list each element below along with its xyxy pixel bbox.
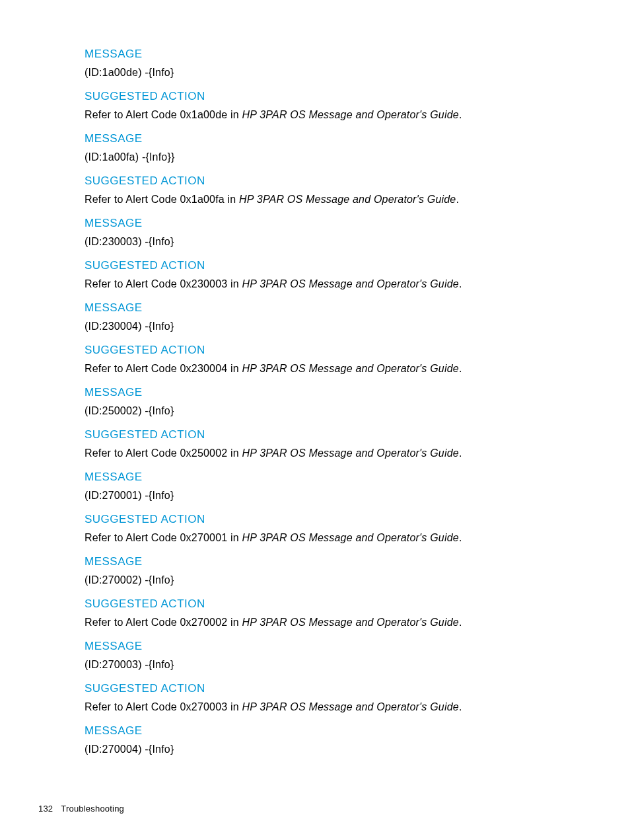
entry-group: MESSAGE (ID:270003) -{Info} SUGGESTED AC… [85,640,590,715]
suggested-action-heading: SUGGESTED ACTION [85,344,590,357]
trailing-entry-group: MESSAGE (ID:270004) -{Info} [85,724,590,757]
alert-code: 0x270003 [180,701,228,712]
guide-title: HP 3PAR OS Message and Operator's Guide [242,278,459,289]
refer-in: in [227,617,242,628]
alert-code: 0x270002 [180,617,228,628]
period: . [459,109,462,120]
refer-prefix: Refer to Alert Code [85,532,180,543]
suggested-action-heading: SUGGESTED ACTION [85,513,590,526]
message-id-text: (ID:270001) -{Info} [85,488,590,504]
entry-group: MESSAGE (ID:270001) -{Info} SUGGESTED AC… [85,471,590,546]
message-id-text: (ID:230003) -{Info} [85,234,590,250]
entry-group: MESSAGE (ID:270002) -{Info} SUGGESTED AC… [85,555,590,630]
guide-title: HP 3PAR OS Message and Operator's Guide [242,363,459,374]
message-heading: MESSAGE [85,471,590,484]
suggested-action-text: Refer to Alert Code 0x230003 in HP 3PAR … [85,276,590,292]
suggested-action-heading: SUGGESTED ACTION [85,90,590,103]
period: . [459,617,462,628]
guide-title: HP 3PAR OS Message and Operator's Guide [242,532,459,543]
alert-code: 0x270001 [180,532,228,543]
page-footer: 132Troubleshooting [38,804,124,814]
suggested-action-heading: SUGGESTED ACTION [85,597,590,611]
guide-title: HP 3PAR OS Message and Operator's Guide [239,194,456,205]
message-heading: MESSAGE [85,555,590,568]
suggested-action-text: Refer to Alert Code 0x270001 in HP 3PAR … [85,530,590,546]
refer-in: in [227,701,242,712]
refer-in: in [225,194,239,205]
period: . [459,701,462,712]
entry-group: MESSAGE (ID:1a00fa) -{Info}} SUGGESTED A… [85,132,590,208]
refer-prefix: Refer to Alert Code [85,109,180,120]
alert-code: 0x1a00de [180,109,228,120]
message-id-text: (ID:270004) -{Info} [85,742,590,757]
entry-group: MESSAGE (ID:250002) -{Info} SUGGESTED AC… [85,386,590,461]
period: . [459,278,462,289]
refer-prefix: Refer to Alert Code [85,447,180,459]
refer-in: in [227,109,242,120]
period: . [459,363,462,374]
suggested-action-text: Refer to Alert Code 0x230004 in HP 3PAR … [85,361,590,377]
period: . [459,532,462,543]
alert-code: 0x230004 [180,363,228,374]
suggested-action-text: Refer to Alert Code 0x1a00de in HP 3PAR … [85,107,590,123]
message-heading: MESSAGE [85,640,590,653]
message-id-text: (ID:1a00fa) -{Info}} [85,149,590,165]
period: . [456,194,459,205]
suggested-action-text: Refer to Alert Code 0x1a00fa in HP 3PAR … [85,192,590,208]
guide-title: HP 3PAR OS Message and Operator's Guide [242,617,459,628]
refer-in: in [227,363,242,374]
message-heading: MESSAGE [85,132,590,145]
message-heading: MESSAGE [85,217,590,230]
suggested-action-heading: SUGGESTED ACTION [85,174,590,188]
guide-title: HP 3PAR OS Message and Operator's Guide [242,447,459,459]
suggested-action-heading: SUGGESTED ACTION [85,259,590,272]
guide-title: HP 3PAR OS Message and Operator's Guide [242,701,459,712]
message-id-text: (ID:270002) -{Info} [85,572,590,588]
refer-prefix: Refer to Alert Code [85,701,180,712]
suggested-action-text: Refer to Alert Code 0x270002 in HP 3PAR … [85,615,590,630]
footer-section-title: Troubleshooting [61,804,124,814]
message-heading: MESSAGE [85,301,590,315]
message-id-text: (ID:1a00de) -{Info} [85,65,590,81]
message-id-text: (ID:230004) -{Info} [85,319,590,334]
refer-in: in [227,532,242,543]
message-heading: MESSAGE [85,386,590,399]
refer-prefix: Refer to Alert Code [85,363,180,374]
period: . [459,447,462,459]
entry-group: MESSAGE (ID:1a00de) -{Info} SUGGESTED AC… [85,48,590,123]
entry-group: MESSAGE (ID:230004) -{Info} SUGGESTED AC… [85,301,590,377]
suggested-action-heading: SUGGESTED ACTION [85,682,590,695]
refer-prefix: Refer to Alert Code [85,617,180,628]
alert-code: 0x1a00fa [180,194,225,205]
refer-in: in [227,447,242,459]
refer-in: in [227,278,242,289]
page-number: 132 [38,804,53,814]
suggested-action-text: Refer to Alert Code 0x250002 in HP 3PAR … [85,445,590,461]
alert-code: 0x250002 [180,447,228,459]
suggested-action-text: Refer to Alert Code 0x270003 in HP 3PAR … [85,699,590,715]
suggested-action-heading: SUGGESTED ACTION [85,428,590,441]
message-id-text: (ID:270003) -{Info} [85,657,590,673]
entry-group: MESSAGE (ID:230003) -{Info} SUGGESTED AC… [85,217,590,292]
refer-prefix: Refer to Alert Code [85,194,180,205]
message-id-text: (ID:250002) -{Info} [85,403,590,419]
message-heading: MESSAGE [85,724,590,738]
alert-code: 0x230003 [180,278,228,289]
refer-prefix: Refer to Alert Code [85,278,180,289]
message-heading: MESSAGE [85,48,590,61]
guide-title: HP 3PAR OS Message and Operator's Guide [242,109,459,120]
